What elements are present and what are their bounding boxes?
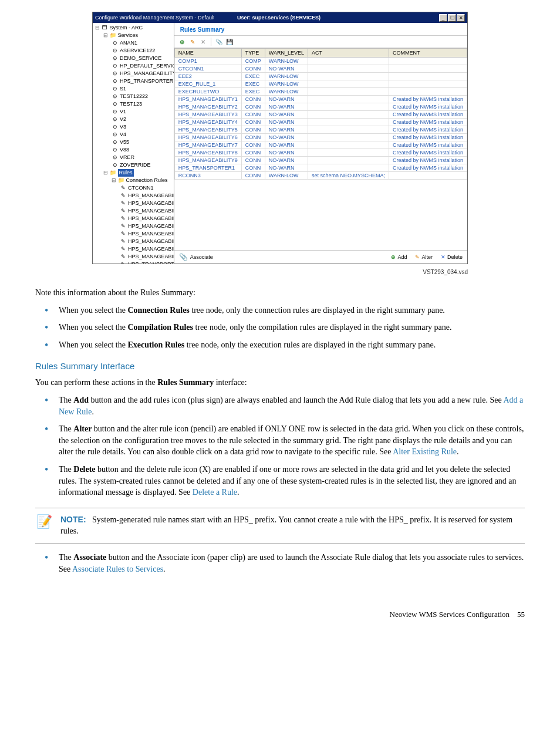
tree-node[interactable]: ⊙HPS_MANAGEABILITY [93, 70, 174, 77]
list-item: When you select the Connection Rules tre… [55, 305, 525, 316]
pane-title: Rules Summary [174, 23, 467, 36]
table-row[interactable]: HPS_MANAGEABILITY4CONNNO-WARNCreated by … [174, 119, 467, 126]
tree-node[interactable]: ⊙V4 [93, 131, 174, 139]
x-icon: ✕ [441, 254, 446, 260]
tree-node[interactable]: ⊟ 📁Connection Rules [93, 177, 174, 184]
tree-node[interactable]: ⊙HP_DEFAULT_SERVICE [93, 62, 174, 70]
column-header[interactable]: TYPE [241, 49, 265, 58]
app-window: Configure Workload Management System - D… [92, 12, 468, 264]
associate-button[interactable]: 📎 Associate [179, 253, 213, 261]
titlebar: Configure Workload Management System - D… [93, 12, 467, 23]
tree-node[interactable]: ✎HPS_MANAGEABILIT [93, 238, 174, 245]
tree-node[interactable]: ⊙V88 [93, 146, 174, 154]
tree-node[interactable]: ✎HPS_MANAGEABILIT [93, 245, 174, 253]
tree-node[interactable]: ✎HPS_MANAGEABILIT [93, 253, 174, 261]
tree-node[interactable]: ⊙ANAN1 [93, 39, 174, 47]
table-row[interactable]: COMP1COMPWARN-LOW [174, 58, 467, 65]
page-footer: Neoview WMS Services Configuration 55 [35, 610, 525, 619]
tree-node[interactable]: ⊙VRER [93, 154, 174, 161]
note-text: System-generated rule names start with a… [60, 515, 512, 536]
paperclip-icon: 📎 [179, 253, 188, 261]
plus-icon: ⊕ [391, 254, 396, 260]
table-row[interactable]: EXEC_RULE_1EXECWARN-LOW [174, 80, 467, 88]
navigation-tree[interactable]: ⊟ 🗔System - ARC⊟ 📁Services⊙ANAN1⊙ASERVIC… [93, 23, 174, 264]
delete-button[interactable]: ✕Delete [441, 254, 463, 260]
minimize-button[interactable]: _ [439, 14, 447, 22]
list-item: When you select the Compilation Rules tr… [55, 322, 525, 333]
table-row[interactable]: RCONN3CONNWARN-LOWset schema NEO.MYSCHEM… [174, 172, 467, 180]
section-heading: Rules Summary Interface [35, 361, 525, 371]
intro-paragraph: Note this information about the Rules Su… [35, 287, 525, 299]
note-icon: 📝 [35, 514, 52, 537]
tree-node[interactable]: ⊙DEMO_SERVICE [93, 55, 174, 62]
tree-node[interactable]: ⊙V1 [93, 108, 174, 116]
window-title: Configure Workload Management System - D… [95, 15, 214, 21]
add-icon[interactable]: ⊕ [178, 38, 186, 46]
delete-icon[interactable]: ✕ [199, 38, 207, 46]
list-item: The Associate button and the Associate i… [55, 552, 525, 575]
tree-node[interactable]: ⊟ 📁Services [93, 32, 174, 39]
table-row[interactable]: HPS_MANAGEABILITY5CONNNO-WARNCreated by … [174, 126, 467, 134]
tree-node[interactable]: ✎HPS_MANAGEABILIT [93, 230, 174, 238]
column-header[interactable]: NAME [174, 49, 241, 58]
column-header[interactable]: WARN_LEVEL [265, 49, 308, 58]
tree-node[interactable]: ✎CTCONN1 [93, 184, 174, 192]
tree-node[interactable]: ⊙HPS_TRANSPORTER [93, 77, 174, 85]
table-row[interactable]: EEE2EXECWARN-LOW [174, 73, 467, 80]
tree-node[interactable]: ✎HPS_MANAGEABILIT [93, 222, 174, 230]
pencil-icon: ✎ [415, 254, 420, 260]
tree-node[interactable]: ⊙ASERVICE122 [93, 47, 174, 55]
tree-node[interactable]: ✎HPS_TRANSPORTER [93, 261, 174, 264]
doc-link[interactable]: Delete a Rule [193, 488, 237, 497]
figure-caption: VST293_034.vsd [92, 269, 468, 275]
tree-node[interactable]: ⊙ZOVERRIDE [93, 161, 174, 169]
close-button[interactable]: ✕ [457, 14, 465, 22]
list-item: The Add button and the add rules icon (p… [55, 394, 525, 417]
add-button[interactable]: ⊕Add [391, 254, 407, 260]
clip-icon[interactable]: 📎 [215, 38, 223, 46]
table-row[interactable]: HPS_MANAGEABILITY1CONNNO-WARNCreated by … [174, 96, 467, 103]
doc-link[interactable]: Associate Rules to Services [72, 565, 163, 573]
pencil-icon[interactable]: ✎ [188, 38, 197, 46]
rules-grid[interactable]: NAMETYPEWARN_LEVELACTCOMMENTCOMP1COMPWAR… [174, 48, 467, 250]
note-block: 📝 NOTE: System-generated rule names star… [35, 508, 525, 544]
list-item: The Delete button and the delete rule ic… [55, 464, 525, 498]
table-row[interactable]: HPS_MANAGEABILITY2CONNNO-WARNCreated by … [174, 103, 467, 111]
save-icon[interactable]: 💾 [225, 38, 234, 46]
tree-node[interactable]: ⊟ 📁Rules [93, 169, 174, 177]
alter-button[interactable]: ✎Alter [415, 254, 433, 260]
tree-node[interactable]: ⊙V55 [93, 139, 174, 146]
window-controls: _ ☐ ✕ [439, 14, 465, 22]
tree-node[interactable]: ⊙TEST123 [93, 100, 174, 108]
table-row[interactable]: HPS_MANAGEABILITY6CONNNO-WARNCreated by … [174, 134, 467, 141]
table-row[interactable]: HPS_TRANSPORTER1CONNNO-WARNCreated by NW… [174, 164, 467, 172]
list-item: When you select the Execution Rules tree… [55, 339, 525, 351]
maximize-button[interactable]: ☐ [448, 14, 456, 22]
tree-node[interactable]: ⊙V2 [93, 116, 174, 123]
tree-node[interactable]: ⊟ 🗔System - ARC [93, 24, 174, 32]
note-label: NOTE: [60, 515, 86, 524]
toolbar: ⊕ ✎ ✕ 📎 💾 [174, 36, 467, 48]
table-row[interactable]: CTCONN1CONNNO-WARN [174, 65, 467, 73]
table-row[interactable]: HPS_MANAGEABILITY8CONNNO-WARNCreated by … [174, 149, 467, 157]
window-user: User: super.services (SERVICES) [237, 15, 321, 21]
tree-node[interactable]: ⊙TEST12222 [93, 93, 174, 100]
doc-link[interactable]: Add a New Rule [59, 396, 523, 416]
table-row[interactable]: HPS_MANAGEABILITY9CONNNO-WARNCreated by … [174, 157, 467, 164]
tree-node[interactable]: ✎HPS_MANAGEABILIT [93, 215, 174, 222]
tree-node[interactable]: ⊙V3 [93, 123, 174, 131]
list-item: The Alter button and the alter rule icon… [55, 423, 525, 458]
table-row[interactable]: HPS_MANAGEABILITY3CONNNO-WARNCreated by … [174, 111, 467, 119]
tree-node[interactable]: ✎HPS_MANAGEABILIT [93, 192, 174, 200]
associate-label: Associate [190, 254, 213, 260]
table-row[interactable]: EXECRULETWOEXECWARN-LOW [174, 88, 467, 96]
tree-node[interactable]: ⊙S1 [93, 85, 174, 93]
tree-node[interactable]: ✎HPS_MANAGEABILIT [93, 200, 174, 207]
column-header[interactable]: ACT [308, 49, 389, 58]
doc-link[interactable]: Alter Existing Rule [393, 447, 457, 456]
intro2-paragraph: You can perform these actions in the Rul… [35, 377, 525, 389]
table-row[interactable]: HPS_MANAGEABILITY7CONNNO-WARNCreated by … [174, 141, 467, 149]
column-header[interactable]: COMMENT [389, 49, 467, 58]
tree-node[interactable]: ✎HPS_MANAGEABILIT [93, 207, 174, 215]
bottom-bar: 📎 Associate ⊕Add ✎Alter ✕Delete [174, 250, 467, 264]
